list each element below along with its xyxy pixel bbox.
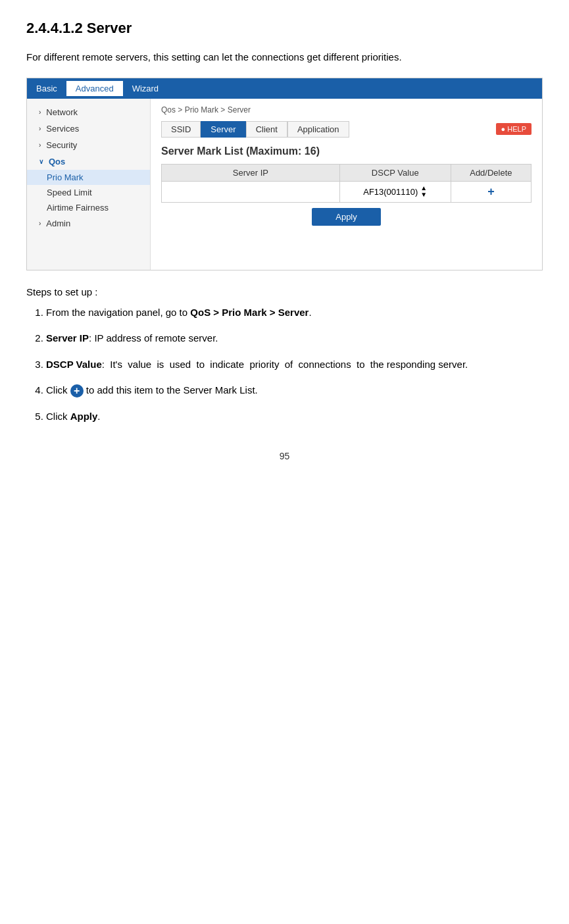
menu-wizard[interactable]: Wizard — [123, 81, 168, 96]
step-4-text-after: to add this item to the Server Mark List… — [84, 384, 258, 396]
table-row: AF13(001110) ▲ ▼ + — [162, 181, 532, 202]
server-mark-table: Server IP DSCP Value Add/Delete AF13(001… — [161, 164, 532, 203]
steps-list: From the navigation panel, go to QoS > P… — [46, 304, 543, 425]
chevron-right-icon: › — [39, 141, 41, 149]
sidebar-admin-label: Admin — [46, 218, 70, 228]
help-button[interactable]: ● HELP — [496, 123, 532, 135]
chevron-right-icon: › — [39, 220, 41, 227]
sidebar-item-qos[interactable]: ∨ Qos — [27, 153, 150, 170]
intro-paragraph: For different remote servers, this setti… — [26, 49, 543, 66]
server-ip-input[interactable] — [168, 187, 333, 197]
chevron-down-icon: ∨ — [39, 158, 43, 165]
tab-application[interactable]: Application — [287, 121, 349, 138]
sidebar-airtime-label: Airtime Fairness — [47, 203, 109, 213]
dscp-spinners[interactable]: ▲ ▼ — [420, 185, 427, 198]
sidebar-subitem-speed-limit[interactable]: Speed Limit — [27, 185, 150, 200]
menu-bar: Basic Advanced Wizard — [27, 78, 542, 99]
step-2-bold: Server IP — [46, 332, 89, 344]
sidebar-item-security[interactable]: › Security — [27, 137, 150, 153]
step-3: DSCP Value: It's value is used to indica… — [46, 356, 543, 373]
apply-row: Apply — [161, 208, 532, 226]
sidebar-network-label: Network — [46, 107, 78, 117]
spin-down-icon[interactable]: ▼ — [420, 192, 427, 198]
step-2: Server IP: IP address of remote server. — [46, 330, 543, 347]
sidebar-qos-label: Qos — [49, 157, 65, 167]
sidebar-item-network[interactable]: › Network — [27, 104, 150, 120]
ui-main: › Network › Services › Security ∨ Qos Pr… — [27, 99, 542, 270]
steps-section: Steps to set up : From the navigation pa… — [26, 286, 543, 425]
add-delete-cell[interactable]: + — [451, 181, 531, 202]
tab-client[interactable]: Client — [246, 121, 287, 138]
step-1-text: From the navigation panel, go to — [46, 307, 190, 318]
sidebar: › Network › Services › Security ∨ Qos Pr… — [27, 99, 151, 270]
chevron-right-icon: › — [39, 109, 41, 116]
section-title: Server Mark List (Maximum: 16) — [161, 145, 532, 157]
step-1-rest: . — [309, 307, 311, 318]
col-server-ip: Server IP — [162, 164, 340, 181]
sidebar-subitem-prio-mark[interactable]: Prio Mark — [27, 170, 150, 185]
step-3-bold: DSCP Value — [46, 359, 102, 370]
sidebar-subitem-airtime[interactable]: Airtime Fairness — [27, 200, 150, 215]
tab-server[interactable]: Server — [201, 121, 245, 138]
step-1: From the navigation panel, go to QoS > P… — [46, 304, 543, 321]
plus-icon: + — [70, 384, 84, 398]
menu-basic[interactable]: Basic — [27, 81, 66, 96]
step-5-rest: . — [97, 411, 100, 422]
dscp-value-text: AF13(001110) — [363, 187, 418, 197]
page-number: 95 — [26, 451, 543, 461]
step-5-text: Click — [46, 411, 70, 422]
server-ip-cell[interactable] — [162, 181, 340, 202]
sidebar-speed-limit-label: Speed Limit — [47, 188, 92, 197]
step-1-bold: QoS > Prio Mark > Server — [190, 307, 309, 318]
col-add-delete: Add/Delete — [451, 164, 531, 181]
page-title: 2.4.4.1.2 Server — [26, 20, 543, 37]
apply-button[interactable]: Apply — [312, 208, 381, 226]
step-3-desc: : It's value is used to indicate priorit… — [102, 359, 468, 370]
tab-ssid[interactable]: SSID — [161, 121, 201, 138]
chevron-right-icon: › — [39, 125, 41, 132]
step-2-desc: : IP address of remote server. — [89, 332, 218, 344]
tabs-row: SSID Server Client Application ● HELP — [161, 121, 532, 138]
sidebar-security-label: Security — [46, 140, 77, 150]
content-area: Qos > Prio Mark > Server SSID Server Cli… — [151, 99, 542, 270]
breadcrumb: Qos > Prio Mark > Server — [161, 105, 532, 115]
col-dscp-value: DSCP Value — [339, 164, 451, 181]
step-4-text-before: Click — [46, 384, 70, 396]
step-5: Click Apply. — [46, 408, 543, 425]
steps-intro: Steps to set up : — [26, 286, 543, 297]
sidebar-item-admin[interactable]: › Admin — [27, 215, 150, 232]
step-5-bold: Apply — [70, 411, 98, 422]
add-button[interactable]: + — [487, 185, 495, 199]
sidebar-prio-mark-label: Prio Mark — [47, 172, 84, 182]
menu-advanced[interactable]: Advanced — [66, 81, 123, 96]
dscp-value-cell: AF13(001110) ▲ ▼ — [339, 181, 451, 202]
sidebar-services-label: Services — [46, 124, 79, 134]
step-4: Click + to add this item to the Server M… — [46, 382, 543, 399]
sidebar-item-services[interactable]: › Services — [27, 120, 150, 137]
ui-screenshot: Basic Advanced Wizard › Network › Servic… — [26, 78, 543, 270]
